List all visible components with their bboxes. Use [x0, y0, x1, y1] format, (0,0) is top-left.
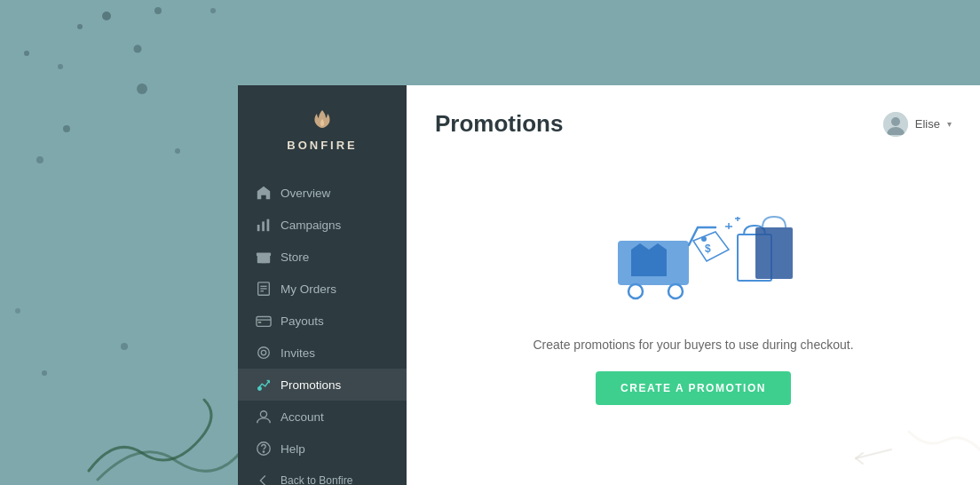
chevron-down-icon: ▾: [947, 119, 952, 129]
sidebar-item-campaigns[interactable]: Campaigns: [238, 209, 407, 241]
svg-text:$: $: [705, 242, 711, 255]
svg-point-12: [121, 343, 128, 350]
promotions-empty-state: $ Create promotions for your buyers to u…: [407, 138, 980, 485]
svg-point-5: [175, 148, 180, 154]
svg-point-42: [628, 284, 643, 298]
svg-point-0: [102, 12, 111, 20]
svg-point-38: [263, 451, 264, 452]
nav-menu: Overview Campaigns Store: [238, 177, 407, 485]
sidebar-item-store[interactable]: Store: [238, 241, 407, 273]
sidebar-item-account[interactable]: Account: [238, 401, 407, 433]
squiggle-decoration: [802, 414, 980, 485]
svg-rect-47: [755, 227, 793, 279]
svg-rect-19: [261, 259, 265, 264]
back-icon: [256, 473, 272, 485]
invites-icon: [256, 345, 272, 361]
user-menu[interactable]: Elise ▾: [883, 112, 952, 137]
svg-point-28: [261, 350, 265, 354]
svg-point-43: [668, 284, 683, 298]
svg-rect-14: [257, 225, 260, 231]
payouts-icon: [256, 313, 272, 329]
svg-point-2: [24, 51, 29, 56]
create-promotion-button[interactable]: CREATE A PROMOTION: [596, 371, 791, 405]
svg-point-11: [42, 370, 47, 376]
svg-rect-16: [267, 219, 270, 232]
orders-icon: [256, 281, 272, 297]
sidebar: BONFIRE Overview Campaigns: [238, 85, 407, 485]
svg-point-7: [210, 8, 216, 13]
chart-icon: [256, 217, 272, 233]
bonfire-logo-icon: [308, 107, 336, 135]
svg-point-3: [63, 125, 70, 132]
sidebar-item-payouts[interactable]: Payouts: [238, 305, 407, 337]
user-name: Elise: [915, 117, 940, 131]
store-icon: [256, 249, 272, 265]
promotions-icon: [256, 377, 272, 393]
svg-rect-15: [262, 221, 265, 231]
page-title: Promotions: [435, 110, 563, 138]
logo-text: BONFIRE: [287, 139, 358, 152]
svg-rect-26: [258, 322, 262, 323]
svg-point-9: [134, 45, 142, 53]
svg-point-8: [77, 24, 83, 29]
help-icon: [256, 441, 272, 457]
svg-point-44: [701, 236, 707, 242]
sidebar-item-my-orders[interactable]: My Orders: [238, 273, 407, 305]
svg-rect-18: [257, 253, 271, 257]
promo-illustration: $: [591, 192, 795, 316]
svg-point-10: [58, 64, 63, 69]
svg-point-36: [260, 411, 266, 417]
home-icon: [256, 185, 272, 201]
logo-area: BONFIRE: [238, 107, 407, 152]
svg-point-35: [258, 387, 262, 391]
sidebar-item-invites[interactable]: Invites: [238, 337, 407, 369]
svg-point-4: [137, 83, 147, 94]
top-bar: Promotions Elise ▾: [407, 85, 980, 138]
svg-point-1: [154, 7, 162, 14]
sidebar-item-back[interactable]: Back to Bonfire: [238, 465, 407, 485]
svg-point-27: [258, 347, 270, 359]
svg-rect-24: [257, 317, 271, 327]
promo-description: Create promotions for your buyers to use…: [533, 338, 853, 352]
svg-point-40: [891, 117, 900, 126]
sidebar-item-overview[interactable]: Overview: [238, 177, 407, 209]
avatar: [883, 112, 908, 137]
svg-point-13: [15, 308, 20, 314]
sidebar-item-help[interactable]: Help: [238, 433, 407, 465]
account-icon: [256, 409, 272, 425]
svg-point-6: [36, 156, 43, 163]
sidebar-item-promotions[interactable]: Promotions: [238, 369, 407, 401]
main-content: Promotions Elise ▾: [407, 85, 980, 485]
